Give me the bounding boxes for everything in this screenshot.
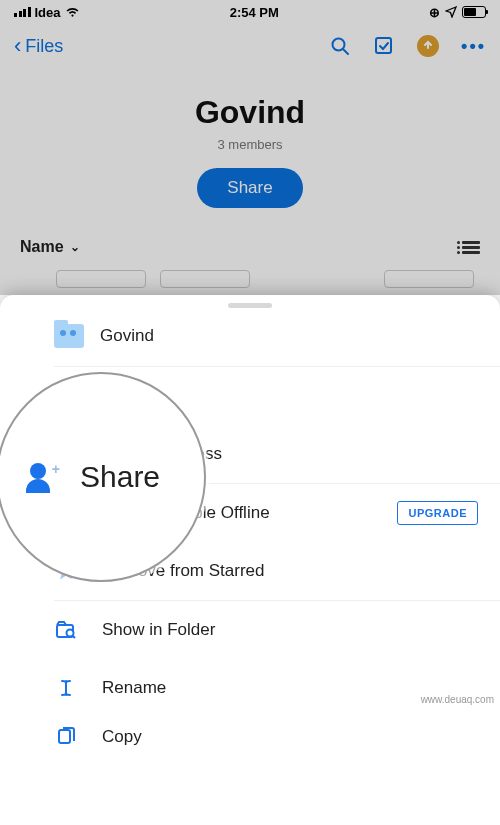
row-copy[interactable]: Copy xyxy=(0,717,500,757)
row-rename-label: Rename xyxy=(54,678,478,698)
row-show-folder[interactable]: Show in Folder xyxy=(0,601,500,659)
text-cursor-icon xyxy=(54,676,78,700)
watermark: www.deuaq.com xyxy=(421,694,494,705)
row-copy-label: Copy xyxy=(54,727,478,747)
zoom-callout: + Share xyxy=(0,372,206,582)
row-rename[interactable]: Rename xyxy=(0,659,500,717)
upgrade-button[interactable]: UPGRADE xyxy=(397,501,478,525)
svg-rect-10 xyxy=(59,730,70,743)
shared-folder-icon xyxy=(54,324,84,348)
sheet-header: Govind xyxy=(0,314,500,366)
svg-line-9 xyxy=(73,636,76,639)
folder-search-icon xyxy=(54,618,78,642)
zoom-label: Share xyxy=(80,460,160,494)
svg-point-8 xyxy=(67,630,74,637)
person-add-icon: + xyxy=(26,461,58,493)
dim-overlay[interactable] xyxy=(0,0,500,295)
sheet-title: Govind xyxy=(100,326,154,346)
copy-icon xyxy=(54,725,78,749)
drag-handle[interactable] xyxy=(228,303,272,308)
row-show-label: Show in Folder xyxy=(54,620,478,640)
